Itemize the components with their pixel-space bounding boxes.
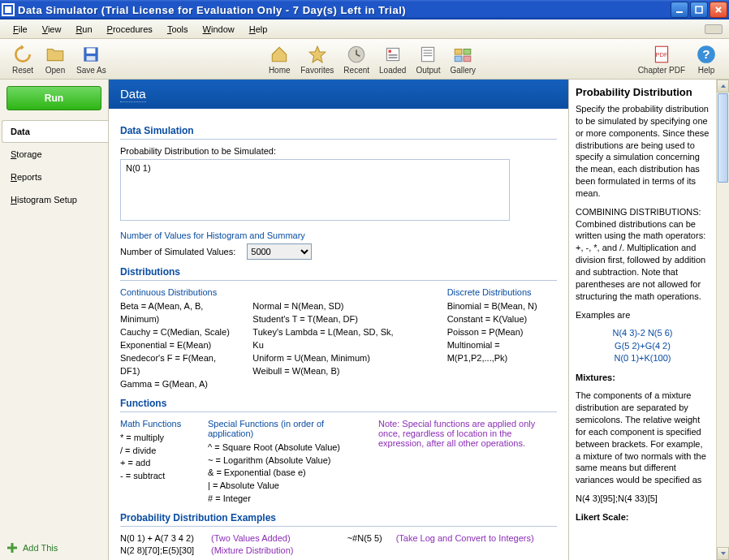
save-icon: [80, 44, 101, 65]
dist-label: Probability Distribution to be Simulated…: [120, 146, 557, 156]
window-titlebar: Data Simulator (Trial License for Evalua…: [0, 0, 729, 19]
scroll-down-button[interactable]: [717, 547, 729, 560]
numvals-select[interactable]: 5000: [247, 243, 312, 260]
svg-rect-13: [424, 50, 433, 50]
toolbar-help-label: Help: [698, 66, 715, 75]
svg-rect-15: [424, 55, 433, 56]
svg-rect-17: [464, 49, 471, 54]
toolbar-output[interactable]: Output: [411, 42, 445, 76]
menu-procedures[interactable]: Procedures: [101, 23, 159, 36]
menu-file[interactable]: File: [6, 23, 34, 36]
center-panel: Data Data Simulation Probability Distrib…: [109, 80, 568, 560]
output-icon: [417, 44, 438, 65]
svg-rect-5: [87, 48, 96, 53]
func-line: * = multiply: [120, 432, 208, 445]
mixtures-ex: N(4 3)[95];N(4 33)[5]: [576, 493, 710, 505]
func-line: ~ = Logarithm (Absolute Value): [208, 454, 370, 467]
toolbar: Reset Open Save As Home Favorites Recent…: [0, 39, 729, 80]
ex-formula: N(0 1) + A(7 3 4 2): [120, 533, 203, 543]
ex-formula: N(2 8)[70];E(5)[30]: [120, 545, 203, 555]
toolbar-saveas[interactable]: Save As: [71, 42, 111, 76]
svg-rect-19: [464, 56, 471, 62]
toolbar-help[interactable]: ? Help: [690, 42, 723, 76]
help-examples-label: Examples are: [576, 309, 710, 321]
toolbar-open-label: Open: [45, 66, 65, 75]
dist-line: Normal = N(Mean, SD): [252, 300, 398, 313]
toolbar-saveas-label: Save As: [76, 66, 106, 75]
dist-line: Gamma = G(Mean, A): [120, 378, 238, 391]
svg-rect-14: [424, 52, 433, 53]
svg-rect-3: [696, 6, 702, 13]
run-button[interactable]: Run: [6, 86, 101, 110]
toolbar-reset[interactable]: Reset: [6, 42, 39, 76]
right-help-panel: Probability Distribution Specify the pro…: [568, 80, 729, 560]
mixtures-p: The components of a mixture distribution…: [576, 390, 710, 486]
svg-rect-18: [455, 56, 463, 62]
mixtures-head: Mixtures:: [576, 373, 615, 382]
tab-reports[interactable]: Reports: [2, 166, 108, 188]
close-button[interactable]: [710, 2, 727, 18]
menu-run[interactable]: Run: [69, 23, 98, 36]
specfunc-head: Special Functions (in order of applicati…: [208, 419, 370, 438]
scroll-thumb[interactable]: [718, 93, 728, 183]
dist-line: Beta = A(Mean, A, B, Minimum): [120, 300, 238, 326]
tab-histogram[interactable]: Histogram Setup: [2, 188, 108, 211]
func-line: + = add: [120, 457, 208, 470]
continuous-head: Continuous Distributions: [120, 287, 399, 297]
menu-view[interactable]: View: [36, 23, 68, 36]
svg-rect-9: [388, 50, 390, 52]
toolbar-favorites[interactable]: Favorites: [295, 42, 339, 76]
plus-icon: [6, 542, 18, 554]
tray-icon[interactable]: [705, 24, 723, 34]
dist-line: Poisson = P(Mean): [447, 326, 557, 339]
add-this-label: Add This: [23, 543, 58, 553]
scrollbar[interactable]: [716, 80, 729, 560]
dist-line: Binomial = B(Mean, N): [447, 300, 557, 313]
numvals-header: Number of Values for Histogram and Summa…: [120, 230, 557, 240]
toolbar-home[interactable]: Home: [263, 42, 295, 76]
scroll-up-button[interactable]: [717, 80, 729, 93]
svg-rect-16: [455, 49, 463, 54]
menu-tools[interactable]: Tools: [161, 23, 195, 36]
ex-desc: (Take Log and Convert to Integers): [396, 533, 534, 543]
svg-rect-6: [87, 56, 96, 60]
func-line: - = subtract: [120, 470, 208, 483]
toolbar-chapterpdf[interactable]: PDF Chapter PDF: [633, 42, 690, 76]
toolbar-recent[interactable]: Recent: [339, 42, 374, 76]
ex-formula: ~#N(5 5): [347, 533, 388, 543]
menu-help[interactable]: Help: [243, 23, 274, 36]
svg-text:PDF: PDF: [655, 51, 668, 58]
dist-input[interactable]: [120, 159, 510, 221]
tab-storage[interactable]: Storage: [2, 143, 108, 166]
add-this-link[interactable]: Add This: [0, 536, 108, 560]
dist-line: Student's T = T(Mean, DF): [252, 313, 398, 326]
maximize-button[interactable]: [690, 2, 708, 18]
app-icon: [2, 3, 15, 16]
menu-window[interactable]: Window: [196, 23, 241, 36]
toolbar-loaded[interactable]: Loaded: [374, 42, 411, 76]
svg-rect-12: [422, 47, 434, 61]
dist-line: Cauchy = C(Median, Scale): [120, 326, 238, 339]
dist-line: Snedecor's F = F(Mean, DF1): [120, 352, 238, 378]
dist-line: Constant = K(Value): [447, 313, 557, 326]
toolbar-gallery-label: Gallery: [450, 66, 476, 75]
tab-data[interactable]: Data: [2, 120, 108, 143]
help-ex-line: N(0 1)+K(100): [576, 352, 710, 364]
toolbar-gallery[interactable]: Gallery: [445, 42, 481, 76]
numvals-label: Number of Simulated Values:: [120, 247, 235, 256]
toolbar-open[interactable]: Open: [39, 42, 71, 76]
func-note: Note: Special functions are applied only…: [370, 419, 557, 506]
svg-rect-25: [7, 547, 17, 549]
minimize-button[interactable]: [671, 2, 688, 18]
func-line: # = Integer: [208, 493, 370, 506]
dist-line: Uniform = U(Mean, Minimum): [252, 352, 398, 365]
toolbar-chapterpdf-label: Chapter PDF: [638, 66, 685, 75]
svg-rect-11: [388, 57, 397, 58]
help-ex-line: N(4 3)-2 N(5 6): [576, 327, 710, 339]
home-icon: [269, 44, 290, 65]
center-header: Data: [109, 80, 568, 109]
ex-desc: (Mixture Distribution): [211, 545, 293, 555]
open-icon: [45, 44, 66, 65]
toolbar-recent-label: Recent: [343, 66, 369, 75]
gallery-icon: [452, 44, 473, 65]
